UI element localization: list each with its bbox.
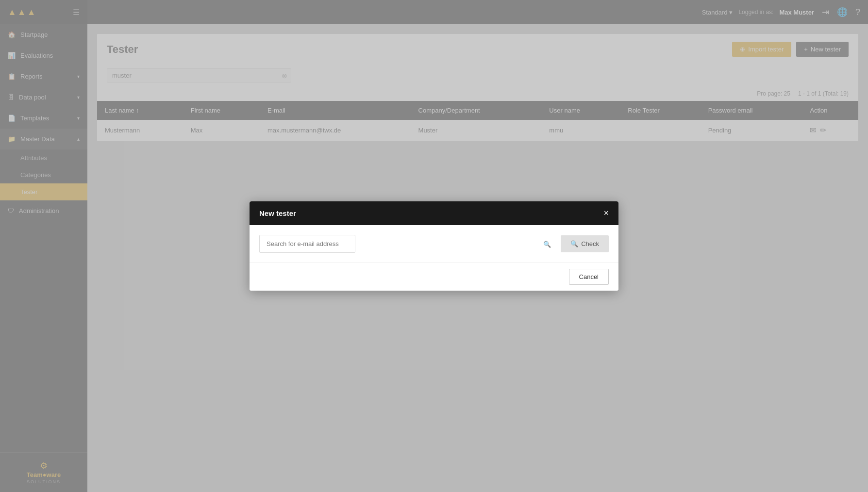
search-icon: 🔍 xyxy=(543,240,551,247)
check-button[interactable]: 🔍 Check xyxy=(561,235,609,252)
email-search-input[interactable] xyxy=(259,235,355,253)
check-search-icon: 🔍 xyxy=(570,240,578,247)
cancel-button[interactable]: Cancel xyxy=(569,269,609,285)
modal-overlay: New tester × 🔍 🔍 Check Cancel xyxy=(0,0,868,492)
new-tester-modal: New tester × 🔍 🔍 Check Cancel xyxy=(250,201,618,291)
modal-search-row: 🔍 🔍 Check xyxy=(259,235,609,253)
modal-header: New tester × xyxy=(250,201,618,225)
modal-search-wrap: 🔍 xyxy=(259,235,556,253)
modal-footer: Cancel xyxy=(250,262,618,291)
modal-close-button[interactable]: × xyxy=(603,208,609,218)
modal-body: 🔍 🔍 Check xyxy=(250,225,618,262)
modal-title: New tester xyxy=(259,209,296,217)
